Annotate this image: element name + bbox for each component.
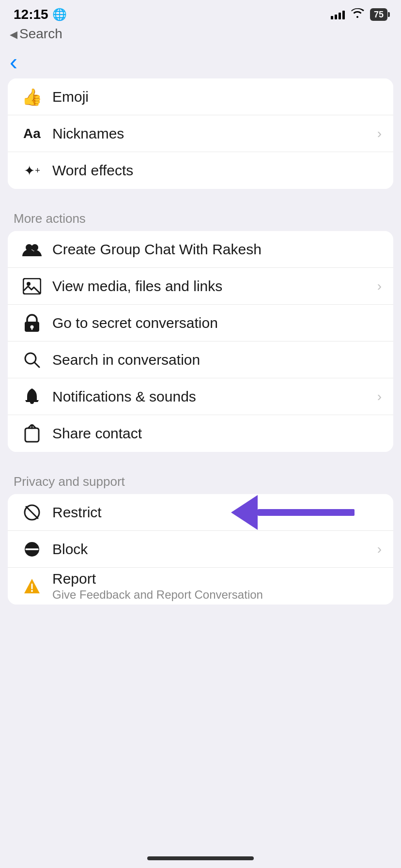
restrict-icon — [19, 504, 45, 521]
notifications-text: Notifications & sounds — [52, 388, 377, 405]
search-convo-row[interactable]: Search in conversation — [8, 341, 393, 378]
svg-line-8 — [34, 362, 39, 367]
nicknames-icon: Aa — [19, 126, 45, 141]
status-time: 12:15 🌐 — [14, 7, 67, 22]
nav-back-arrow-section: ‹ — [0, 46, 401, 78]
svg-point-1 — [31, 244, 38, 251]
arrow-head-icon — [231, 495, 258, 530]
secret-convo-label: Go to secret conversation — [52, 315, 218, 331]
block-chevron-icon: › — [377, 542, 382, 557]
word-effects-text: Word effects — [52, 162, 382, 179]
wifi-icon — [351, 8, 364, 21]
nicknames-row[interactable]: Aa Nicknames › — [8, 115, 393, 152]
view-media-row[interactable]: View media, files and links › — [8, 268, 393, 305]
create-group-label: Create Group Chat With Rakesh — [52, 241, 262, 257]
nicknames-chevron-icon: › — [377, 126, 382, 141]
secret-convo-icon — [19, 314, 45, 332]
svg-line-12 — [26, 507, 38, 518]
svg-rect-9 — [25, 428, 39, 442]
report-subtitle: Give Feedback and Report Conversation — [52, 588, 382, 602]
report-text: Report Give Feedback and Report Conversa… — [52, 571, 382, 602]
back-label: Search — [19, 26, 62, 42]
block-label: Block — [52, 541, 88, 557]
restrict-row[interactable]: Restrict — [8, 494, 393, 531]
view-media-icon — [19, 278, 45, 294]
block-icon — [19, 541, 45, 558]
view-media-label: View media, files and links — [52, 278, 222, 294]
large-back-chevron-icon: ‹ — [10, 50, 17, 74]
nicknames-label: Nicknames — [52, 125, 124, 141]
notifications-label: Notifications & sounds — [52, 388, 196, 404]
secret-convo-row[interactable]: Go to secret conversation — [8, 305, 393, 341]
search-convo-label: Search in conversation — [52, 352, 200, 368]
large-back-button[interactable]: ‹ — [10, 50, 391, 74]
search-convo-icon — [19, 352, 45, 368]
block-text: Block — [52, 541, 377, 558]
battery-level: 75 — [374, 10, 384, 20]
globe-icon: 🌐 — [52, 8, 67, 21]
svg-point-3 — [27, 282, 31, 286]
back-chevron-icon: ◂ — [10, 26, 17, 42]
emoji-row[interactable]: 👍 Emoji — [8, 78, 393, 115]
top-card: 👍 Emoji Aa Nicknames › ✦+ Word effects — [8, 78, 393, 189]
more-actions-header: More actions — [0, 202, 401, 231]
battery-icon: 75 — [370, 8, 387, 21]
notifications-icon — [19, 388, 45, 406]
share-contact-row[interactable]: Share contact — [8, 415, 393, 452]
restrict-arrow-annotation — [232, 495, 355, 530]
restrict-label: Restrict — [52, 504, 102, 520]
status-icons: 75 — [331, 8, 387, 21]
word-effects-row[interactable]: ✦+ Word effects — [8, 152, 393, 189]
create-group-row[interactable]: Create Group Chat With Rakesh — [8, 231, 393, 268]
block-row[interactable]: Block › — [8, 531, 393, 568]
share-contact-label: Share contact — [52, 425, 142, 441]
status-bar: 12:15 🌐 75 — [0, 0, 401, 24]
word-effects-label: Word effects — [52, 162, 133, 178]
notifications-chevron-icon: › — [377, 389, 382, 404]
back-nav: ◂ Search — [0, 24, 401, 46]
signal-icon — [331, 10, 345, 19]
search-convo-text: Search in conversation — [52, 352, 382, 368]
privacy-card: Restrict Block › Report — [8, 494, 393, 604]
home-indicator — [147, 856, 254, 860]
share-contact-text: Share contact — [52, 425, 382, 442]
report-row[interactable]: Report Give Feedback and Report Conversa… — [8, 568, 393, 604]
secret-convo-text: Go to secret conversation — [52, 315, 382, 331]
arrow-body — [258, 509, 355, 516]
svg-point-16 — [31, 590, 33, 592]
report-label: Report — [52, 571, 96, 587]
emoji-label: Emoji — [52, 89, 89, 105]
create-group-text: Create Group Chat With Rakesh — [52, 241, 382, 258]
view-media-text: View media, files and links — [52, 278, 377, 294]
create-group-icon — [19, 242, 45, 257]
emoji-icon: 👍 — [19, 87, 45, 107]
notifications-row[interactable]: Notifications & sounds › — [8, 378, 393, 415]
word-effects-icon: ✦+ — [19, 163, 45, 179]
privacy-header: Privacy and support — [0, 465, 401, 494]
nicknames-text: Nicknames — [52, 125, 377, 142]
back-button[interactable]: ◂ Search — [10, 26, 62, 42]
time-display: 12:15 — [14, 7, 48, 22]
more-actions-card: Create Group Chat With Rakesh View media… — [8, 231, 393, 452]
emoji-text: Emoji — [52, 89, 382, 105]
report-icon — [19, 578, 45, 594]
share-contact-icon — [19, 424, 45, 443]
view-media-chevron-icon: › — [377, 279, 382, 294]
